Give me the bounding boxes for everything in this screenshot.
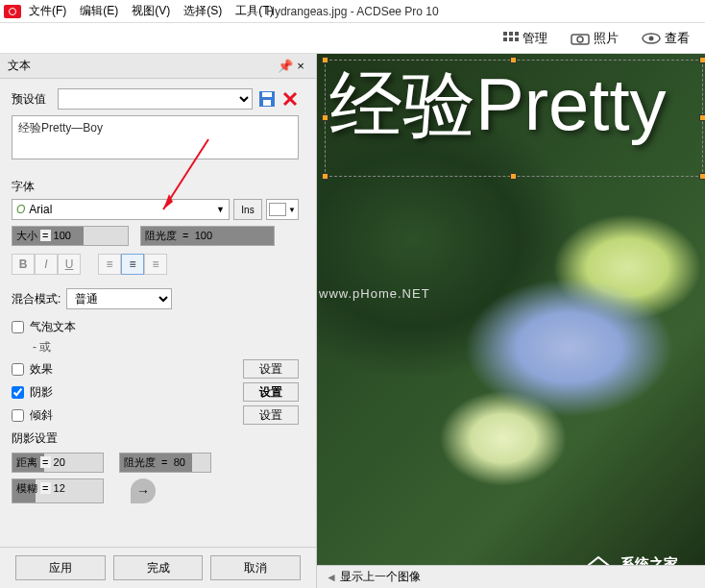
text-overlay-box[interactable]: 经验Pretty <box>325 60 703 177</box>
shadow-settings-button[interactable]: 设置 <box>243 382 299 402</box>
font-group-label: 字体 <box>12 179 299 195</box>
font-color-picker[interactable]: ▼ <box>266 199 299 220</box>
preset-select[interactable] <box>58 88 253 110</box>
mode-view[interactable]: 查看 <box>632 26 699 51</box>
font-family-value: Arial <box>29 203 52 216</box>
delete-preset-icon[interactable] <box>281 90 299 108</box>
font-size-label: 大小 <box>16 230 37 241</box>
menu-select[interactable]: 选择(S) <box>183 3 222 19</box>
shadow-distance-label: 距离 <box>16 456 37 468</box>
font-size-value: 100 <box>54 230 71 241</box>
svg-rect-1 <box>509 32 513 36</box>
font-opacity-slider[interactable]: 阻光度 = 100 <box>140 226 275 246</box>
text-panel: 文本 📌 × 预设值 经验Pretty—Boy 字体 O A <box>0 54 317 588</box>
font-opacity-value: 100 <box>195 230 212 241</box>
shadow-distance-slider[interactable]: 距离 = 20 <box>12 453 104 473</box>
skew-settings-button[interactable]: 设置 <box>243 405 299 425</box>
apply-button[interactable]: 应用 <box>15 555 106 580</box>
chevron-down-icon: ▼ <box>288 206 296 214</box>
shadow-opacity-slider[interactable]: 阻光度 = 80 <box>119 453 211 473</box>
shadow-distance-value: 20 <box>54 456 65 468</box>
underline-button[interactable]: U <box>58 254 81 275</box>
app-icon <box>4 5 21 18</box>
shadow-blur-value: 12 <box>54 482 65 494</box>
align-right-button[interactable]: ≡ <box>144 254 167 275</box>
pin-icon[interactable]: 📌 <box>278 59 293 73</box>
svg-rect-3 <box>503 37 507 41</box>
status-label: 显示上一个图像 <box>340 569 421 585</box>
blend-mode-select[interactable]: 普通 <box>66 288 172 309</box>
or-label: - 或 <box>33 339 51 355</box>
grid-icon <box>503 32 519 45</box>
svg-rect-0 <box>503 32 507 36</box>
cancel-button[interactable]: 取消 <box>210 555 301 580</box>
blend-label: 混合模式: <box>12 291 61 307</box>
font-preview-glyph: O <box>16 203 25 216</box>
mode-manage[interactable]: 管理 <box>494 26 557 51</box>
effect-checkbox[interactable] <box>12 363 24 376</box>
close-icon[interactable]: × <box>293 59 308 73</box>
effect-settings-button[interactable]: 设置 <box>243 359 299 379</box>
image-canvas[interactable]: 经验Pretty www.pHome.NET 系统之家 XITONGZHIJIA… <box>317 54 705 588</box>
preset-label: 预设值 <box>12 91 58 108</box>
done-button[interactable]: 完成 <box>113 555 204 580</box>
menu-view[interactable]: 视图(V) <box>132 3 170 19</box>
prev-image-button[interactable]: ◄ <box>323 571 340 584</box>
mode-photo-label: 照片 <box>594 30 619 47</box>
panel-footer: 应用 完成 取消 <box>0 547 316 588</box>
shadow-group-label: 阴影设置 <box>12 430 299 447</box>
mode-view-label: 查看 <box>665 30 690 47</box>
window-title: Hydrangeas.jpg - ACDSee Pro 10 <box>266 5 438 18</box>
skew-label: 倾斜 <box>30 407 53 424</box>
svg-rect-4 <box>509 37 513 41</box>
menu-edit[interactable]: 编辑(E) <box>80 3 118 19</box>
svg-rect-2 <box>515 32 519 36</box>
bubble-text-label: 气泡文本 <box>30 319 76 335</box>
canvas-statusbar: ◄ 显示上一个图像 <box>317 565 705 588</box>
mode-bar: 管理 照片 查看 <box>0 23 705 54</box>
shadow-checkbox[interactable] <box>12 386 24 399</box>
menu-file[interactable]: 文件(F) <box>29 3 66 19</box>
shadow-blur-label: 模糊 <box>16 482 37 494</box>
bubble-text-checkbox[interactable] <box>12 321 24 333</box>
skew-checkbox[interactable] <box>12 409 24 422</box>
style-buttons: B I U <box>12 254 81 275</box>
shadow-opacity-value: 80 <box>174 456 185 468</box>
svg-rect-14 <box>263 100 271 106</box>
align-center-button[interactable]: ≡ <box>121 254 144 275</box>
align-left-button[interactable]: ≡ <box>98 254 121 275</box>
color-swatch-inner <box>269 203 286 216</box>
shadow-label: 阴影 <box>30 384 53 401</box>
italic-button[interactable]: I <box>35 254 58 275</box>
align-buttons: ≡ ≡ ≡ <box>98 254 167 275</box>
bold-button[interactable]: B <box>12 254 35 275</box>
font-family-select[interactable]: O Arial ▼ <box>12 199 230 220</box>
insert-button[interactable]: Ins <box>233 199 262 220</box>
menubar: 文件(F) 编辑(E) 视图(V) 选择(S) 工具(T) Hydrangeas… <box>0 0 705 23</box>
effect-label: 效果 <box>30 361 53 378</box>
svg-point-9 <box>649 36 654 40</box>
overlay-text: 经验Pretty <box>326 61 702 141</box>
shadow-blur-slider[interactable]: 模糊 = 12 <box>12 478 104 503</box>
watermark-phome: www.pHome.NET <box>319 286 430 301</box>
font-size-slider[interactable]: 大小 = 100 <box>12 226 129 246</box>
svg-rect-13 <box>262 92 272 97</box>
shadow-opacity-label: 阻光度 <box>124 456 156 468</box>
mode-manage-label: 管理 <box>523 30 547 47</box>
svg-point-7 <box>577 37 583 42</box>
mode-photo[interactable]: 照片 <box>561 26 628 51</box>
font-opacity-label: 阻光度 <box>145 230 177 241</box>
svg-rect-5 <box>515 37 519 41</box>
shadow-direction-dial[interactable]: → <box>131 478 156 503</box>
camera-icon <box>571 32 590 45</box>
panel-title: 文本 <box>8 58 31 74</box>
eye-icon <box>642 32 661 45</box>
text-input[interactable]: 经验Pretty—Boy <box>12 115 299 159</box>
panel-header: 文本 📌 × <box>0 54 316 79</box>
save-preset-icon[interactable] <box>258 90 276 108</box>
